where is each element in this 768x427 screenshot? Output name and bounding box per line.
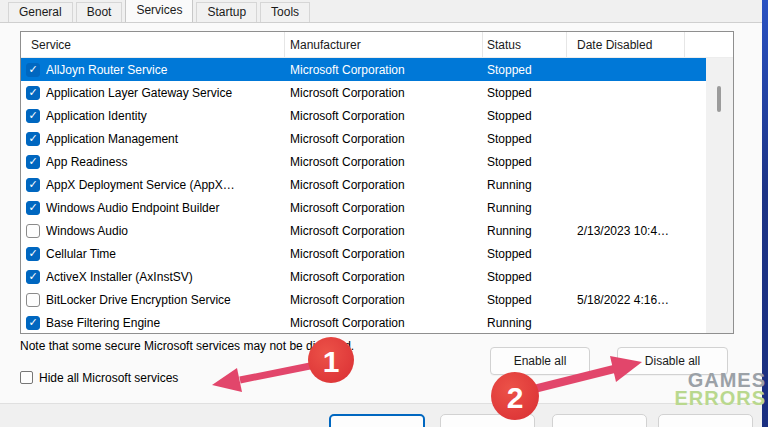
background-edge-strip [762, 0, 768, 427]
status-cell: Stopped [483, 293, 567, 307]
service-checkbox[interactable]: ✓ [26, 201, 40, 215]
service-checkbox[interactable]: ✓ [26, 293, 40, 307]
service-checkbox[interactable]: ✓ [26, 316, 40, 330]
service-checkbox[interactable]: ✓ [26, 224, 40, 238]
service-row[interactable]: ✓ AppX Deployment Service (AppX… Microso… [21, 173, 733, 196]
service-row[interactable]: ✓ Windows Audio Microsoft Corporation Ru… [21, 219, 733, 242]
manufacturer-cell: Microsoft Corporation [285, 270, 483, 284]
manufacturer-cell: Microsoft Corporation [285, 155, 483, 169]
service-checkbox[interactable]: ✓ [26, 63, 40, 77]
status-cell: Stopped [483, 132, 567, 146]
tab-general[interactable]: General [8, 2, 73, 22]
service-row[interactable]: ✓ Windows Audio Endpoint Builder Microso… [21, 196, 733, 219]
note-text: Note that some secure Microsoft services… [20, 339, 354, 353]
column-header-status[interactable]: Status [483, 32, 567, 57]
service-checkbox[interactable]: ✓ [26, 109, 40, 123]
tabs-container: General Boot Services Startup Tools [8, 0, 310, 22]
manufacturer-cell: Microsoft Corporation [285, 132, 483, 146]
service-name-cell: BitLocker Drive Encryption Service [46, 293, 285, 307]
watermark: GAMES ERRORS [674, 371, 766, 407]
column-header-service[interactable]: Service [21, 32, 285, 57]
tab-services[interactable]: Services [125, 0, 193, 22]
service-row[interactable]: ✓ Application Identity Microsoft Corpora… [21, 104, 733, 127]
service-row[interactable]: ✓ BitLocker Drive Encryption Service Mic… [21, 288, 733, 311]
service-name-cell: Cellular Time [46, 247, 285, 261]
watermark-line2: ERRORS [674, 389, 766, 407]
status-cell: Stopped [483, 86, 567, 100]
status-cell: Stopped [483, 63, 567, 77]
status-cell: Stopped [483, 270, 567, 284]
manufacturer-cell: Microsoft Corporation [285, 63, 483, 77]
services-list: Service Manufacturer Status Date Disable… [20, 31, 734, 334]
status-cell: Stopped [483, 155, 567, 169]
manufacturer-cell: Microsoft Corporation [285, 247, 483, 261]
vertical-scrollbar[interactable] [706, 58, 733, 334]
hide-all-microsoft-services-label[interactable]: Hide all Microsoft services [39, 371, 178, 385]
status-cell: Running [483, 178, 567, 192]
list-header: Service Manufacturer Status Date Disable… [21, 32, 733, 58]
service-name-cell: Windows Audio Endpoint Builder [46, 201, 285, 215]
manufacturer-cell: Microsoft Corporation [285, 109, 483, 123]
status-cell: Running [483, 224, 567, 238]
hide-all-microsoft-services-checkbox[interactable] [20, 371, 33, 384]
service-checkbox[interactable]: ✓ [26, 270, 40, 284]
status-cell: Running [483, 316, 567, 330]
cancel-button-partial[interactable] [440, 414, 535, 427]
manufacturer-cell: Microsoft Corporation [285, 178, 483, 192]
tab-boot[interactable]: Boot [76, 2, 123, 22]
service-checkbox[interactable]: ✓ [26, 178, 40, 192]
service-name-cell: AllJoyn Router Service [46, 63, 285, 77]
enable-all-button[interactable]: Enable all [490, 347, 590, 375]
service-row[interactable]: ✓ App Readiness Microsoft Corporation St… [21, 150, 733, 173]
service-name-cell: AppX Deployment Service (AppX… [46, 178, 285, 192]
tab-strip: General Boot Services Startup Tools [0, 0, 768, 22]
scrollbar-thumb[interactable] [717, 86, 721, 112]
manufacturer-cell: Microsoft Corporation [285, 86, 483, 100]
manufacturer-cell: Microsoft Corporation [285, 201, 483, 215]
help-button-partial[interactable] [658, 414, 753, 427]
date-disabled-cell: 2/13/2023 10:4… [567, 224, 727, 238]
service-rows: ✓ AllJoyn Router Service Microsoft Corpo… [21, 58, 733, 334]
column-header-manufacturer[interactable]: Manufacturer [285, 32, 483, 57]
status-cell: Stopped [483, 109, 567, 123]
service-name-cell: Application Management [46, 132, 285, 146]
service-row[interactable]: ✓ ActiveX Installer (AxInstSV) Microsoft… [21, 265, 733, 288]
service-checkbox[interactable]: ✓ [26, 86, 40, 100]
apply-button-partial[interactable] [552, 414, 647, 427]
tab-startup[interactable]: Startup [196, 2, 257, 22]
service-name-cell: Application Identity [46, 109, 285, 123]
msconfig-dialog: General Boot Services Startup Tools Serv… [0, 0, 768, 427]
service-row[interactable]: ✓ Cellular Time Microsoft Corporation St… [21, 242, 733, 265]
service-row[interactable]: ✓ Base Filtering Engine Microsoft Corpor… [21, 311, 733, 334]
service-row[interactable]: ✓ Application Management Microsoft Corpo… [21, 127, 733, 150]
manufacturer-cell: Microsoft Corporation [285, 224, 483, 238]
manufacturer-cell: Microsoft Corporation [285, 293, 483, 307]
service-name-cell: Base Filtering Engine [46, 316, 285, 330]
service-name-cell: ActiveX Installer (AxInstSV) [46, 270, 285, 284]
service-name-cell: Windows Audio [46, 224, 285, 238]
service-row[interactable]: ✓ Application Layer Gateway Service Micr… [21, 81, 733, 104]
status-cell: Stopped [483, 247, 567, 261]
service-checkbox[interactable]: ✓ [26, 132, 40, 146]
service-checkbox[interactable]: ✓ [26, 155, 40, 169]
service-name-cell: Application Layer Gateway Service [46, 86, 285, 100]
manufacturer-cell: Microsoft Corporation [285, 316, 483, 330]
date-disabled-cell: 5/18/2022 4:16… [567, 293, 727, 307]
service-row[interactable]: ✓ AllJoyn Router Service Microsoft Corpo… [21, 58, 733, 81]
service-checkbox[interactable]: ✓ [26, 247, 40, 261]
ok-button-partial[interactable] [329, 414, 425, 427]
service-name-cell: App Readiness [46, 155, 285, 169]
column-header-date-disabled[interactable]: Date Disabled [567, 32, 685, 57]
status-cell: Running [483, 201, 567, 215]
tab-tools[interactable]: Tools [260, 2, 310, 22]
